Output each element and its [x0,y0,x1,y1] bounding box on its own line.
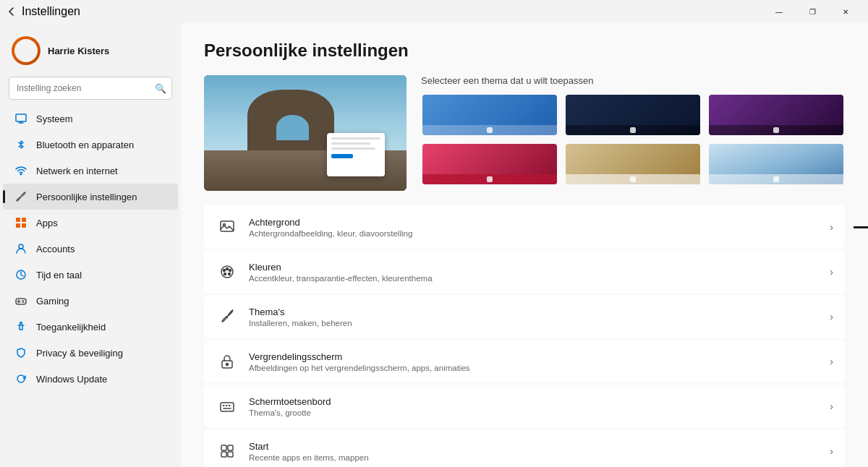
settings-item-desc: Accentkleur, transparantie-effecten, kle… [249,274,820,283]
start-icon [216,440,239,463]
settings-item-text: Start Recente apps en items, mappen [249,441,820,462]
sidebar-item-update[interactable]: Windows Update [3,366,178,392]
chevron-right-icon: › [830,221,833,233]
accessibility-icon [14,320,27,333]
settings-item-title: Thema's [249,307,820,317]
settings-item-title: Start [249,441,820,452]
sidebar-item-accounts[interactable]: Accounts [3,236,178,262]
top-section: Selecteer een thema dat u wilt toepassen [204,75,845,191]
theme-item[interactable] [421,93,558,137]
person-icon [14,242,27,255]
settings-item-title: Kleuren [249,262,820,273]
settings-item-schermtoetsen[interactable]: Schermtoetsenbord Thema's, grootte › [204,385,845,428]
settings-item-desc: Recente apps en items, mappen [249,453,820,462]
restore-button[interactable]: ❐ [796,0,829,23]
chevron-right-icon: › [830,266,833,278]
settings-list: Achtergrond Achtergrondafbeelding, kleur… [204,205,845,467]
image-icon [216,215,239,239]
sidebar: Harrie Kisters 🔍 Systeem Bluetooth en a [0,23,181,467]
sidebar-item-systeem[interactable]: Systeem [3,106,178,132]
sidebar-item-label: Systeem [36,113,73,124]
settings-item-desc: Achtergrondafbeelding, kleur, diavoorste… [249,229,820,238]
theme-item[interactable] [707,142,845,186]
theme-item[interactable] [421,142,558,186]
sidebar-item-tijd[interactable]: Tijd en taal [3,262,178,288]
search-icon: 🔍 [155,83,166,94]
svg-rect-5 [22,223,26,228]
chevron-right-icon: › [830,400,833,412]
sidebar-item-apps[interactable]: Apps [3,210,178,236]
sidebar-item-bluetooth[interactable]: Bluetooth en apparaten [3,132,178,158]
brush-settings-icon [216,305,239,328]
content-area: Persoonlijke instellingen [181,23,868,467]
sidebar-item-privacy[interactable]: Privacy & beveiliging [3,340,178,366]
svg-point-1 [20,173,22,175]
svg-rect-25 [228,445,233,450]
svg-rect-0 [16,114,26,121]
settings-item-achtergrond[interactable]: Achtergrond Achtergrondafbeelding, kleur… [204,205,845,249]
back-icon[interactable] [6,6,17,17]
settings-item-start[interactable]: Start Recente apps en items, mappen › [204,429,845,467]
sidebar-item-label: Persoonlijke instellingen [36,192,137,202]
svg-point-6 [19,244,23,249]
settings-item-text: Achtergrond Achtergrondafbeelding, kleur… [249,217,820,238]
settings-item-text: Schermtoetsenbord Thema's, grootte [249,396,820,417]
sidebar-item-label: Bluetooth en apparaten [36,140,134,150]
close-button[interactable]: ✕ [829,0,862,23]
sidebar-item-gaming[interactable]: Gaming [3,288,178,314]
svg-point-9 [20,322,22,325]
avatar [12,36,41,65]
chevron-right-icon: › [830,356,833,367]
sidebar-item-label: Accounts [36,244,75,254]
sidebar-item-label: Tijd en taal [36,270,82,280]
svg-point-16 [229,273,231,275]
desktop-preview [204,75,407,191]
svg-rect-21 [223,405,224,406]
sidebar-item-label: Windows Update [36,374,107,385]
sidebar-item-netwerk[interactable]: Netwerk en internet [3,158,178,184]
svg-rect-23 [229,405,230,406]
svg-rect-27 [228,452,233,457]
minimize-button[interactable]: — [762,0,796,23]
search-input[interactable] [9,77,172,100]
settings-item-themas[interactable]: Thema's Installeren, maken, beheren › [204,295,845,338]
sidebar-item-toegankelijkheid[interactable]: Toegankelijkheid [3,314,178,340]
svg-rect-26 [221,452,226,457]
app-body: Harrie Kisters 🔍 Systeem Bluetooth en a [0,23,868,467]
settings-item-vergrendeling[interactable]: Vergrendelingsscherm Afbeeldingen op het… [204,340,845,383]
settings-item-text: Vergrendelingsscherm Afbeeldingen op het… [249,351,820,372]
keyboard-icon [216,395,239,418]
svg-rect-10 [221,221,234,231]
theme-item[interactable] [564,142,702,186]
grid-icon [14,216,27,229]
theme-item[interactable] [707,93,845,137]
titlebar-controls: — ❐ ✕ [762,0,862,23]
titlebar: Instellingen — ❐ ✕ [0,0,868,23]
themes-label: Selecteer een thema dat u wilt toepassen [421,75,845,86]
page-title: Persoonlijke instellingen [204,40,845,61]
settings-item-title: Vergrendelingsscherm [249,351,820,362]
settings-item-desc: Afbeeldingen op het vergrendelingsscherm… [249,364,820,372]
sidebar-item-label: Gaming [36,296,69,307]
arrow-annotation [854,221,868,233]
bluetooth-icon [14,138,27,151]
themes-section: Selecteer een thema dat u wilt toepassen [421,75,845,191]
svg-point-13 [224,270,226,272]
gamepad-icon [14,294,27,307]
sidebar-item-persoonlijk[interactable]: Persoonlijke instellingen [3,184,178,210]
svg-rect-3 [22,218,26,222]
palette-icon [216,260,239,283]
sidebar-item-label: Apps [36,218,58,228]
settings-item-desc: Thema's, grootte [249,408,820,417]
wifi-icon [14,164,27,177]
titlebar-title: Instellingen [22,5,80,18]
svg-rect-4 [16,223,20,228]
theme-item[interactable] [564,93,702,137]
user-section: Harrie Kisters [0,29,181,77]
search-box: 🔍 [9,77,172,100]
monitor-icon [14,112,27,125]
sidebar-item-label: Toegankelijkheid [36,322,106,333]
shield-icon [14,346,27,359]
svg-point-15 [229,270,231,272]
settings-item-kleuren[interactable]: Kleuren Accentkleur, transparantie-effec… [204,250,845,294]
